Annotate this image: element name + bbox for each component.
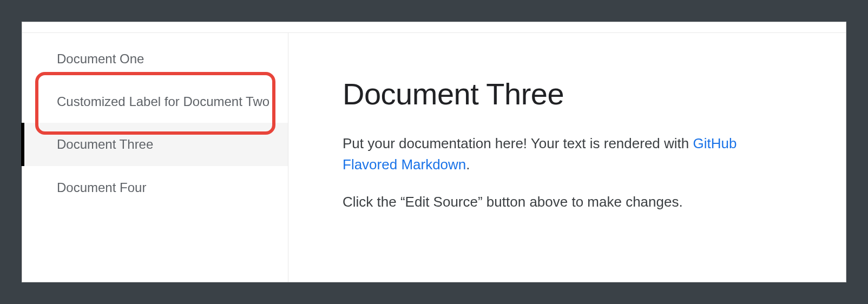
sidebar-item-document-three[interactable]: Document Three [22,123,288,166]
sidebar-item-label: Customized Label for Document Two [57,94,269,109]
sidebar-item-document-four[interactable]: Document Four [22,166,288,209]
sidebar-item-label: Document Three [57,137,153,151]
main-content: Document Three Put your documentation he… [288,33,846,282]
content-area: Document One Customized Label for Docume… [22,33,846,282]
sidebar-item-document-one[interactable]: Document One [22,37,288,80]
active-indicator [21,123,24,166]
sidebar: Document One Customized Label for Docume… [22,33,288,282]
paragraph-text: . [466,156,470,173]
app-window: Document One Customized Label for Docume… [22,22,846,282]
document-paragraph-2: Click the “Edit Source” button above to … [343,191,792,213]
document-title: Document Three [343,76,792,111]
sidebar-item-document-two[interactable]: Customized Label for Document Two [22,80,288,123]
sidebar-item-label: Document One [57,51,144,66]
document-paragraph-1: Put your documentation here! Your text i… [343,133,792,175]
sidebar-item-label: Document Four [57,180,146,195]
paragraph-text: Put your documentation here! Your text i… [343,135,693,151]
top-bar [22,22,846,33]
